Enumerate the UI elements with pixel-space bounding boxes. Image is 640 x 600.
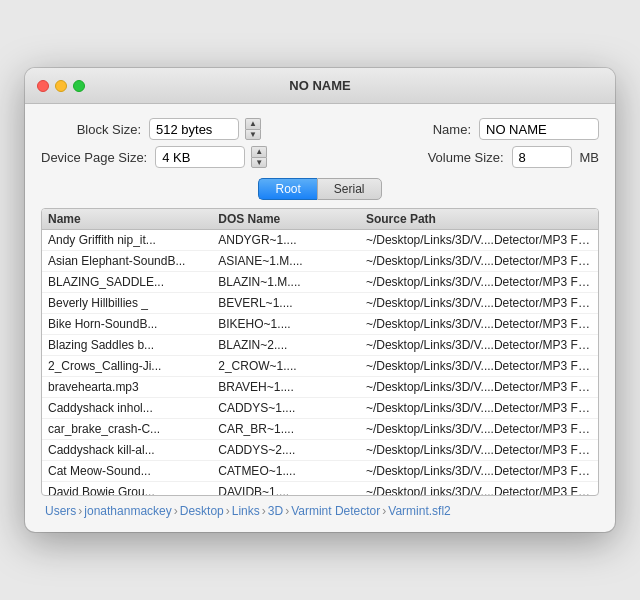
- cell-dos: CADDYS~1....: [212, 400, 360, 416]
- device-page-size-input[interactable]: [155, 146, 245, 168]
- table-row[interactable]: 2_Crows_Calling-Ji... 2_CROW~1.... ~/Des…: [42, 356, 598, 377]
- cell-name: David Bowie Grou...: [42, 484, 212, 495]
- mb-unit: MB: [580, 150, 600, 165]
- breadcrumb-item[interactable]: Links: [232, 504, 260, 518]
- stepper-down-2[interactable]: ▼: [251, 157, 267, 168]
- cell-name: Caddyshack inhol...: [42, 400, 212, 416]
- table-row[interactable]: car_brake_crash-C... CAR_BR~1.... ~/Desk…: [42, 419, 598, 440]
- cell-name: Cat Meow-Sound...: [42, 463, 212, 479]
- cell-name: 2_Crows_Calling-Ji...: [42, 358, 212, 374]
- cell-name: Beverly Hillbillies _: [42, 295, 212, 311]
- cell-name: car_brake_crash-C...: [42, 421, 212, 437]
- table-row[interactable]: Caddyshack kill-al... CADDYS~2.... ~/Des…: [42, 440, 598, 461]
- breadcrumb-item[interactable]: Varmint Detector: [291, 504, 380, 518]
- cell-path: ~/Desktop/Links/3D/V....Detector/MP3 Fin…: [360, 295, 598, 311]
- cell-path: ~/Desktop/Links/3D/V....Detector/MP3 Fin…: [360, 232, 598, 248]
- name-input[interactable]: [479, 118, 599, 140]
- cell-name: Asian Elephant-SoundB...: [42, 253, 212, 269]
- breadcrumb-item[interactable]: Desktop: [180, 504, 224, 518]
- table-body: Andy Griffith nip_it... ANDYGR~1.... ~/D…: [42, 230, 598, 495]
- minimize-button[interactable]: [55, 80, 67, 92]
- cell-path: ~/Desktop/Links/3D/V....Detector/MP3 Fin…: [360, 379, 598, 395]
- cell-path: ~/Desktop/Links/3D/V....Detector/MP3 Fin…: [360, 484, 598, 495]
- cell-dos: CAR_BR~1....: [212, 421, 360, 437]
- cell-path: ~/Desktop/Links/3D/V....Detector/MP3 Fin…: [360, 463, 598, 479]
- cell-dos: BIKEHO~1....: [212, 316, 360, 332]
- cell-path: ~/Desktop/Links/3D/V....Detector/MP3 Fin…: [360, 253, 598, 269]
- cell-name: BLAZING_SADDLE...: [42, 274, 212, 290]
- tab-serial[interactable]: Serial: [317, 178, 382, 200]
- cell-path: ~/Desktop/Links/3D/V....Detector/MP3 Fin…: [360, 421, 598, 437]
- breadcrumb-separator: ›: [285, 504, 289, 518]
- table-header: Name DOS Name Source Path: [42, 209, 598, 230]
- block-size-label: Block Size:: [41, 122, 141, 137]
- file-table: Name DOS Name Source Path Andy Griffith …: [41, 208, 599, 496]
- table-row[interactable]: David Bowie Grou... DAVIDB~1.... ~/Deskt…: [42, 482, 598, 495]
- breadcrumb-separator: ›: [174, 504, 178, 518]
- breadcrumb-separator: ›: [226, 504, 230, 518]
- cell-dos: ASIANE~1.M....: [212, 253, 360, 269]
- main-window: NO NAME Block Size: ▲ ▼ Name: Device Pag…: [25, 68, 615, 532]
- cell-dos: BLAZIN~2....: [212, 337, 360, 353]
- cell-path: ~/Desktop/Links/3D/V....Detector/MP3 Fin…: [360, 358, 598, 374]
- maximize-button[interactable]: [73, 80, 85, 92]
- device-page-size-stepper[interactable]: ▲ ▼: [251, 146, 267, 168]
- breadcrumb-item[interactable]: Users: [45, 504, 76, 518]
- cell-name: Andy Griffith nip_it...: [42, 232, 212, 248]
- block-size-stepper[interactable]: ▲ ▼: [245, 118, 261, 140]
- volume-size-input[interactable]: [512, 146, 572, 168]
- breadcrumb-separator: ›: [382, 504, 386, 518]
- col-header-name: Name: [42, 212, 212, 226]
- tab-root[interactable]: Root: [258, 178, 316, 200]
- traffic-lights: [37, 80, 85, 92]
- cell-path: ~/Desktop/Links/3D/V....Detector/MP3 Fin…: [360, 316, 598, 332]
- breadcrumb: Users › jonathanmackey › Desktop › Links…: [41, 496, 599, 520]
- cell-dos: BEVERL~1....: [212, 295, 360, 311]
- table-row[interactable]: Beverly Hillbillies _ BEVERL~1.... ~/Des…: [42, 293, 598, 314]
- cell-dos: ANDYGR~1....: [212, 232, 360, 248]
- cell-dos: CATMEO~1....: [212, 463, 360, 479]
- breadcrumb-item[interactable]: jonathanmackey: [84, 504, 171, 518]
- window-content: Block Size: ▲ ▼ Name: Device Page Size: …: [25, 104, 615, 532]
- table-row[interactable]: Bike Horn-SoundB... BIKEHO~1.... ~/Deskt…: [42, 314, 598, 335]
- cell-dos: BRAVEH~1....: [212, 379, 360, 395]
- breadcrumb-separator: ›: [78, 504, 82, 518]
- cell-dos: BLAZIN~1.M....: [212, 274, 360, 290]
- cell-name: bravehearta.mp3: [42, 379, 212, 395]
- table-row[interactable]: Caddyshack inhol... CADDYS~1.... ~/Deskt…: [42, 398, 598, 419]
- device-page-size-label: Device Page Size:: [41, 150, 147, 165]
- tab-bar: Root Serial: [41, 178, 599, 200]
- block-size-input[interactable]: [149, 118, 239, 140]
- stepper-up[interactable]: ▲: [245, 118, 261, 129]
- cell-path: ~/Desktop/Links/3D/V....Detector/MP3 Fin…: [360, 274, 598, 290]
- stepper-up-2[interactable]: ▲: [251, 146, 267, 157]
- table-row[interactable]: Asian Elephant-SoundB... ASIANE~1.M.... …: [42, 251, 598, 272]
- cell-dos: DAVIDB~1....: [212, 484, 360, 495]
- title-bar: NO NAME: [25, 68, 615, 104]
- cell-path: ~/Desktop/Links/3D/V....Detector/MP3 Fin…: [360, 400, 598, 416]
- table-row[interactable]: Blazing Saddles b... BLAZIN~2.... ~/Desk…: [42, 335, 598, 356]
- table-row[interactable]: Andy Griffith nip_it... ANDYGR~1.... ~/D…: [42, 230, 598, 251]
- col-header-dos: DOS Name: [212, 212, 360, 226]
- table-row[interactable]: Cat Meow-Sound... CATMEO~1.... ~/Desktop…: [42, 461, 598, 482]
- cell-name: Bike Horn-SoundB...: [42, 316, 212, 332]
- volume-size-label: Volume Size:: [424, 150, 504, 165]
- close-button[interactable]: [37, 80, 49, 92]
- col-header-path: Source Path: [360, 212, 598, 226]
- table-row[interactable]: BLAZING_SADDLE... BLAZIN~1.M.... ~/Deskt…: [42, 272, 598, 293]
- table-row[interactable]: bravehearta.mp3 BRAVEH~1.... ~/Desktop/L…: [42, 377, 598, 398]
- window-title: NO NAME: [289, 78, 350, 93]
- breadcrumb-separator: ›: [262, 504, 266, 518]
- cell-path: ~/Desktop/Links/3D/V....Detector/MP3 Fin…: [360, 337, 598, 353]
- breadcrumb-item[interactable]: Varmint.sfl2: [388, 504, 450, 518]
- stepper-down[interactable]: ▼: [245, 129, 261, 140]
- cell-name: Caddyshack kill-al...: [42, 442, 212, 458]
- cell-path: ~/Desktop/Links/3D/V....Detector/MP3 Fin…: [360, 442, 598, 458]
- cell-dos: 2_CROW~1....: [212, 358, 360, 374]
- cell-name: Blazing Saddles b...: [42, 337, 212, 353]
- cell-dos: CADDYS~2....: [212, 442, 360, 458]
- name-label: Name:: [421, 122, 471, 137]
- breadcrumb-item[interactable]: 3D: [268, 504, 283, 518]
